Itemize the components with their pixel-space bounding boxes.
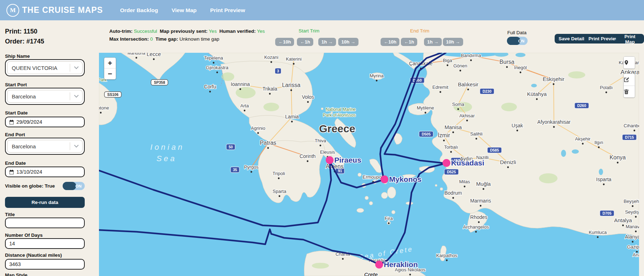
ship-name-select[interactable]: QUEEN VICTORIA	[5, 59, 85, 76]
distance-input[interactable]	[9, 261, 80, 267]
zoom-in-button[interactable]: +	[104, 58, 116, 68]
svg-text:Anamur: Anamur	[633, 252, 639, 257]
visible-globe-label: Visible on globe: True	[5, 183, 55, 189]
map-canvas[interactable]: D550D230D505D585D525D260D715D70535035911…	[99, 53, 639, 276]
zoom-out-button[interactable]: −	[104, 68, 116, 79]
intersection-label: Max Intersection:	[109, 36, 149, 42]
svg-text:Biga: Biga	[443, 58, 452, 63]
svg-text:Manisa: Manisa	[445, 124, 462, 130]
intersection-value: 0	[150, 36, 153, 42]
map-style-label: Map Style	[5, 272, 85, 276]
end-trim-fwd-1h[interactable]: 1h →	[424, 38, 442, 46]
road-badge: 35	[231, 167, 240, 173]
svg-text:Heraklion: Heraklion	[384, 260, 418, 269]
delete-button[interactable]	[624, 86, 635, 97]
sidebar: Print: 1150 Order: #1745 Ship Name QUEEN…	[0, 20, 99, 276]
svg-text:D230: D230	[482, 89, 491, 93]
svg-text:D260: D260	[577, 103, 586, 108]
start-trim-back-10h[interactable]: ←10h	[275, 38, 294, 46]
svg-text:Denizli: Denizli	[500, 159, 516, 165]
svg-text:Akşehir: Akşehir	[575, 136, 591, 142]
order-number: Order: #1745	[5, 38, 85, 45]
nav-view-map[interactable]: View Map	[172, 7, 197, 14]
end-date-label: End Date	[5, 160, 85, 166]
days-input[interactable]	[9, 241, 80, 246]
verified-label: Human verified:	[219, 29, 256, 34]
road-badge: D715	[622, 134, 637, 140]
title-input-wrap	[5, 218, 85, 228]
edit-button[interactable]	[624, 74, 635, 86]
svg-text:Kozani: Kozani	[264, 55, 278, 60]
road-badge: D525	[444, 169, 459, 175]
select-divider	[70, 142, 70, 150]
svg-text:Sea: Sea	[156, 154, 177, 163]
svg-text:Crotone: Crotone	[99, 105, 109, 111]
svg-text:D715: D715	[625, 135, 634, 139]
end-trim-back-10h[interactable]: ←10h	[381, 38, 399, 46]
svg-text:50: 50	[229, 145, 233, 149]
svg-text:Tripoli: Tripoli	[273, 171, 285, 176]
start-trim-fwd-10h[interactable]: 10h →	[338, 38, 358, 46]
road-badge: 50	[226, 144, 235, 150]
auto-trim-label: Auto-trim:	[109, 29, 132, 34]
map-svg: D550D230D505D585D525D260D715D70535035911…	[99, 53, 639, 276]
auto-trim-value: Successful	[134, 29, 157, 34]
svg-text:Lamia: Lamia	[285, 114, 299, 119]
end-trim-fwd-10h[interactable]: 10h →	[443, 38, 463, 46]
toggle-state-text: ON	[75, 184, 82, 188]
svg-text:Gazipaşa: Gazipaşa	[627, 244, 639, 250]
road-badge: D260	[575, 103, 589, 108]
title-input[interactable]	[9, 220, 80, 226]
svg-text:Park of Alonissos: Park of Alonissos	[323, 113, 356, 118]
road-badge: 3	[275, 68, 281, 74]
svg-text:Thiva: Thiva	[315, 138, 326, 143]
svg-text:Greece: Greece	[319, 123, 355, 134]
svg-text:Volos: Volos	[302, 94, 314, 100]
title-label: Title	[5, 212, 85, 217]
svg-text:Ilgın: Ilgın	[595, 140, 603, 145]
trash-icon	[624, 89, 629, 94]
start-port-select[interactable]: Barcelona	[5, 88, 85, 105]
end-port-value: Barcelona	[12, 143, 70, 149]
svg-text:Corfu: Corfu	[204, 84, 216, 90]
sent-value: Yes	[209, 29, 217, 34]
rerun-data-button[interactable]: Re-run data	[5, 197, 85, 208]
svg-text:Bandırma: Bandırma	[461, 53, 481, 58]
svg-text:İzmir: İzmir	[438, 132, 450, 138]
print-map-button[interactable]: Print Map	[616, 34, 644, 44]
svg-text:Mytilene: Mytilene	[417, 105, 434, 111]
sent-label: Map previously sent:	[160, 29, 208, 34]
nav-print-preview[interactable]: Print Preview	[210, 7, 245, 14]
svg-text:Polatlı: Polatlı	[600, 85, 613, 90]
svg-text:Fira: Fira	[385, 216, 393, 221]
status-row-2: Max Intersection: 0 Time gap: Unknown ti…	[109, 36, 219, 42]
map-zoom-control: + −	[104, 57, 116, 80]
svg-text:Piraeus: Piraeus	[334, 156, 361, 164]
svg-text:Milas: Milas	[459, 179, 470, 184]
start-trim-fwd-1h[interactable]: 1h →	[318, 38, 336, 46]
end-trim-back-1h[interactable]: ←1h	[401, 38, 417, 46]
full-data-toggle[interactable]: ON	[507, 37, 528, 45]
end-port-label: End Port	[5, 132, 85, 137]
svg-text:Arta: Arta	[240, 103, 249, 108]
end-port-select[interactable]: Barcelona	[5, 138, 85, 155]
svg-text:Cihanbeyli: Cihanbeyli	[624, 123, 639, 128]
svg-text:Seydişehir: Seydişehir	[625, 209, 639, 215]
svg-text:Konya: Konya	[609, 154, 625, 160]
end-date-input[interactable]: 13/10/2024	[5, 167, 85, 177]
start-date-input[interactable]: 29/09/2024	[5, 117, 85, 127]
days-label: Number Of Days	[5, 232, 85, 238]
timegap-label: Time gap:	[156, 36, 178, 42]
svg-text:Marmaris: Marmaris	[470, 198, 491, 204]
road-badge: D505	[419, 131, 433, 137]
start-trim-back-1h[interactable]: ←1h	[297, 38, 313, 46]
svg-text:Uşak: Uşak	[512, 123, 523, 128]
location-pin-button[interactable]	[624, 57, 635, 68]
toggle-state-text: ON	[518, 39, 524, 43]
svg-text:Crete: Crete	[364, 271, 378, 276]
svg-text:Patras: Patras	[260, 140, 276, 146]
distance-label: Distance (Nautical miles)	[5, 252, 85, 258]
nav-order-backlog[interactable]: Order Backlog	[120, 7, 158, 14]
visible-globe-toggle[interactable]: ON	[63, 182, 85, 190]
svg-text:Eskişehir: Eskişehir	[543, 76, 565, 82]
